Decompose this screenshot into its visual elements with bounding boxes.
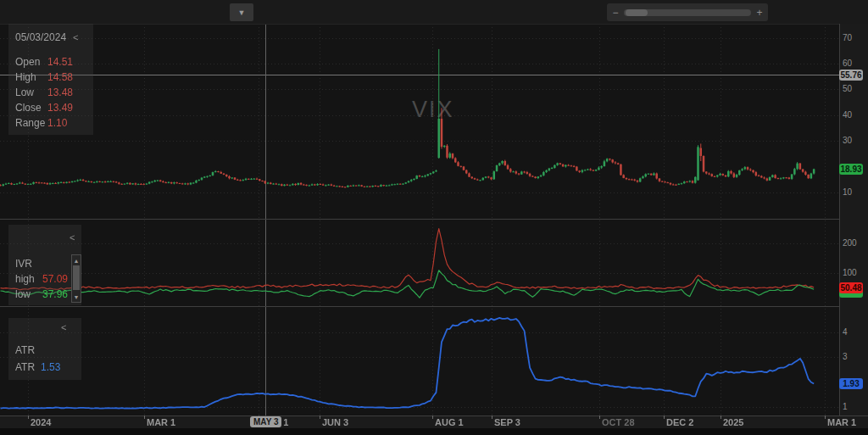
- y-axis-tick-label: 100: [843, 268, 857, 277]
- x-axis-tick-mark: [492, 415, 492, 419]
- y-axis-tick-label: 4: [843, 327, 848, 337]
- x-axis-tick-label: OCT 28: [602, 417, 635, 427]
- x-axis-tick-label: JUN 3: [322, 417, 348, 427]
- axis-price-badge: 18.93: [839, 164, 863, 175]
- x-axis-tick-mark: [664, 415, 665, 419]
- ivr-row-label: high: [15, 273, 35, 285]
- horizontal-scrollbar-track[interactable]: [0, 428, 868, 435]
- ohlc-row-value: 14.58: [47, 71, 73, 83]
- zoom-out-button[interactable]: −: [609, 3, 622, 21]
- ohlc-row-label: High: [15, 71, 36, 83]
- crosshair-date-badge: MAY 3: [250, 416, 281, 427]
- ohlc-row-label: Open: [15, 56, 40, 68]
- atr-title: ATR: [15, 344, 35, 356]
- x-axis-tick-label: AUG 1: [435, 417, 464, 427]
- chevron-down-icon: ▼: [238, 8, 246, 17]
- y-axis-tick-label: 1: [843, 402, 848, 411]
- x-axis-tick-label: MAR 1: [827, 417, 856, 427]
- collapse-ohlc-panel-icon[interactable]: <: [73, 33, 78, 42]
- y-axis-tick-label: 40: [843, 110, 852, 120]
- atr-legend-panel: < ATR ATR 1.53: [8, 318, 81, 380]
- crosshair-date: 05/03/2024: [15, 31, 66, 43]
- x-axis-tick-label: SEP 3: [494, 417, 520, 427]
- atr-row-label: ATR: [15, 361, 35, 373]
- zoom-slider-handle[interactable]: [626, 9, 648, 16]
- x-axis-tick-mark: [432, 415, 433, 419]
- axis-price-badge: 1.93: [839, 378, 863, 389]
- scroll-up-icon[interactable]: ▲: [72, 255, 81, 265]
- ohlc-row-label: Close: [15, 102, 42, 114]
- chart-dropdown-button[interactable]: ▼: [230, 3, 253, 21]
- ivr-row-value: 37.96: [42, 288, 68, 300]
- ivr-row-value: 57.09: [42, 273, 68, 285]
- x-axis-tick-mark: [144, 415, 145, 419]
- atr-row-value: 1.53: [41, 361, 60, 373]
- x-axis-tick-mark: [825, 415, 826, 419]
- x-axis-tick-label: DEC 2: [666, 417, 693, 427]
- ohlc-row-value: 13.48: [47, 86, 73, 98]
- y-axis-tick-label: 60: [843, 59, 852, 68]
- x-axis-tick-mark: [599, 415, 600, 419]
- ohlc-row-label: Range: [15, 117, 45, 129]
- x-axis-tick-label: 2024: [31, 417, 51, 427]
- scroll-down-icon[interactable]: ▼: [72, 292, 81, 302]
- y-axis-tick-label: 3: [843, 352, 848, 361]
- ohlc-row-label: Low: [15, 86, 34, 98]
- ivr-mini-scrollbar[interactable]: ▲ ▼: [71, 254, 81, 303]
- y-axis-tick-label: 10: [843, 187, 852, 197]
- zoom-control: − +: [607, 3, 768, 21]
- ohlc-row-value: 13.49: [47, 102, 73, 114]
- header-bar: ▼ − +: [0, 0, 868, 25]
- x-axis-tick-mark: [28, 415, 29, 419]
- scrollbar-thumb[interactable]: [73, 265, 80, 290]
- axis-price-badge: 55.76: [839, 70, 863, 81]
- axis-price-badge: 50.48: [839, 282, 863, 293]
- chart-application: VIX ▼ − + 05/03/2024 < Open14.51High14.5…: [0, 0, 868, 435]
- zoom-slider-track[interactable]: [624, 9, 751, 16]
- ivr-title: IVR: [15, 258, 32, 270]
- zoom-in-button[interactable]: +: [753, 3, 766, 21]
- ivr-row-label: low: [15, 288, 31, 300]
- y-axis-tick-label: 30: [843, 136, 852, 145]
- ohlc-row-value: 1.10: [47, 117, 67, 129]
- collapse-ivr-panel-icon[interactable]: <: [70, 233, 75, 242]
- ohlc-row-value: 14.51: [47, 56, 73, 68]
- y-axis-tick-label: 50: [843, 84, 852, 93]
- y-axis-tick-label: 200: [843, 238, 857, 248]
- x-axis-tick-mark: [320, 415, 320, 419]
- x-axis-tick-mark: [721, 415, 721, 419]
- chart-canvas[interactable]: [0, 0, 868, 435]
- ohlc-info-panel: 05/03/2024 < Open14.51High14.58Low13.48C…: [8, 24, 93, 135]
- x-axis-tick-label: 2025: [723, 417, 743, 427]
- x-axis-tick-label: MAR 1: [147, 417, 175, 427]
- y-axis-tick-label: 70: [843, 33, 852, 42]
- collapse-atr-panel-icon[interactable]: <: [61, 323, 66, 332]
